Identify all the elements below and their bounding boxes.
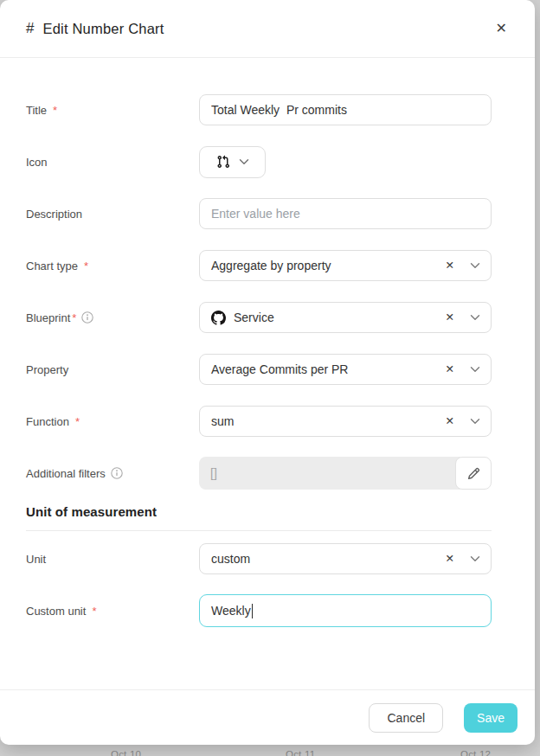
chevron-down-icon[interactable]: [470, 418, 480, 425]
field-row-blueprint: Blueprint* Service ✕: [26, 292, 492, 343]
clear-icon[interactable]: ✕: [442, 414, 458, 429]
clear-icon[interactable]: ✕: [442, 362, 458, 377]
chevron-down-icon: [239, 158, 249, 165]
unit-section-header: Unit of measurement: [26, 504, 492, 531]
property-label-text: Property: [26, 363, 68, 376]
github-icon: [211, 311, 226, 325]
additional-filters-label-text: Additional filters: [26, 467, 106, 480]
modal-header: # Edit Number Chart ✕: [0, 0, 535, 58]
field-row-custom-unit: Custom unit* Weekly: [26, 585, 492, 637]
field-row-additional-filters: Additional filters []: [26, 447, 492, 499]
function-label-text: Function: [26, 415, 69, 428]
additional-filters-value: []: [199, 457, 460, 490]
description-input[interactable]: [199, 198, 492, 229]
section-title: Unit of measurement: [26, 504, 492, 519]
background-axis-label: Oct 10: [111, 749, 141, 756]
background-axis-label: Oct 11: [286, 749, 315, 756]
chart-type-select[interactable]: Aggregate by property ✕: [199, 250, 492, 281]
custom-unit-label-text: Custom unit: [26, 605, 86, 618]
title-input[interactable]: [199, 94, 492, 125]
icon-label-text: Icon: [26, 156, 48, 169]
section-divider: [26, 530, 492, 531]
chart-type-value: Aggregate by property: [211, 259, 442, 272]
hash-icon: #: [26, 20, 34, 37]
required-asterisk: *: [72, 311, 76, 324]
field-row-property: Property Average Commits per PR ✕: [26, 343, 492, 395]
function-select[interactable]: sum ✕: [199, 406, 492, 437]
blueprint-label-text: Blueprint: [26, 311, 70, 324]
field-row-chart-type: Chart type* Aggregate by property ✕: [26, 240, 492, 292]
text-caret: [252, 604, 254, 618]
title-label-text: Title: [26, 104, 47, 117]
property-select[interactable]: Average Commits per PR ✕: [199, 354, 492, 385]
field-row-icon: Icon: [26, 136, 492, 188]
chevron-down-icon[interactable]: [470, 555, 480, 562]
icon-label: Icon: [26, 156, 199, 169]
pencil-icon: [467, 467, 480, 480]
unit-label: Unit: [26, 553, 199, 566]
git-pull-request-icon: [216, 155, 230, 169]
clear-icon[interactable]: ✕: [442, 311, 458, 325]
chart-type-label: Chart type*: [26, 259, 199, 272]
custom-unit-value: Weekly: [211, 604, 251, 618]
field-row-description: Description: [26, 188, 492, 240]
property-label: Property: [26, 363, 199, 376]
unit-label-text: Unit: [26, 553, 46, 566]
modal-body: Title* Icon: [0, 58, 535, 689]
chevron-down-icon[interactable]: [470, 314, 480, 321]
background-axis-label: Oct 12: [460, 749, 491, 756]
close-button[interactable]: ✕: [492, 18, 511, 39]
blueprint-select[interactable]: Service ✕: [199, 302, 492, 333]
description-label-text: Description: [26, 208, 82, 221]
icon-dropdown[interactable]: [199, 146, 266, 178]
title-label: Title*: [26, 104, 199, 117]
info-icon[interactable]: [111, 467, 123, 479]
description-label: Description: [26, 208, 199, 221]
blueprint-value-text: Service: [234, 311, 274, 324]
additional-filters-field: []: [199, 457, 492, 490]
edit-number-chart-modal: # Edit Number Chart ✕ Title* Icon: [0, 0, 535, 745]
blueprint-value: Service: [211, 311, 442, 325]
field-row-title: Title*: [26, 84, 492, 136]
property-value: Average Commits per PR: [211, 362, 442, 376]
additional-filters-label: Additional filters: [26, 467, 199, 480]
chart-type-label-text: Chart type: [26, 259, 78, 272]
field-row-unit: Unit custom ✕: [26, 533, 492, 585]
clear-icon[interactable]: ✕: [442, 259, 458, 273]
unit-select[interactable]: custom ✕: [199, 543, 492, 574]
info-icon[interactable]: [81, 311, 93, 324]
required-asterisk: *: [53, 104, 57, 117]
required-asterisk: *: [84, 259, 88, 272]
unit-value: custom: [211, 552, 442, 566]
chevron-down-icon[interactable]: [470, 262, 480, 269]
required-asterisk: *: [75, 415, 80, 428]
save-button[interactable]: Save: [464, 703, 518, 733]
modal-title-wrap: # Edit Number Chart: [26, 20, 164, 37]
function-label: Function*: [26, 415, 199, 428]
chevron-down-icon[interactable]: [470, 366, 480, 373]
custom-unit-label: Custom unit*: [26, 605, 199, 618]
blueprint-label: Blueprint*: [26, 311, 199, 324]
field-row-function: Function* sum ✕: [26, 395, 492, 447]
modal-title: Edit Number Chart: [42, 21, 164, 37]
modal-footer: Cancel Save: [0, 689, 535, 745]
custom-unit-input[interactable]: Weekly: [199, 594, 492, 627]
cancel-button[interactable]: Cancel: [369, 703, 443, 733]
clear-icon[interactable]: ✕: [442, 552, 458, 567]
required-asterisk: *: [92, 605, 96, 618]
function-value: sum: [211, 414, 442, 428]
edit-filters-button[interactable]: [455, 457, 492, 490]
